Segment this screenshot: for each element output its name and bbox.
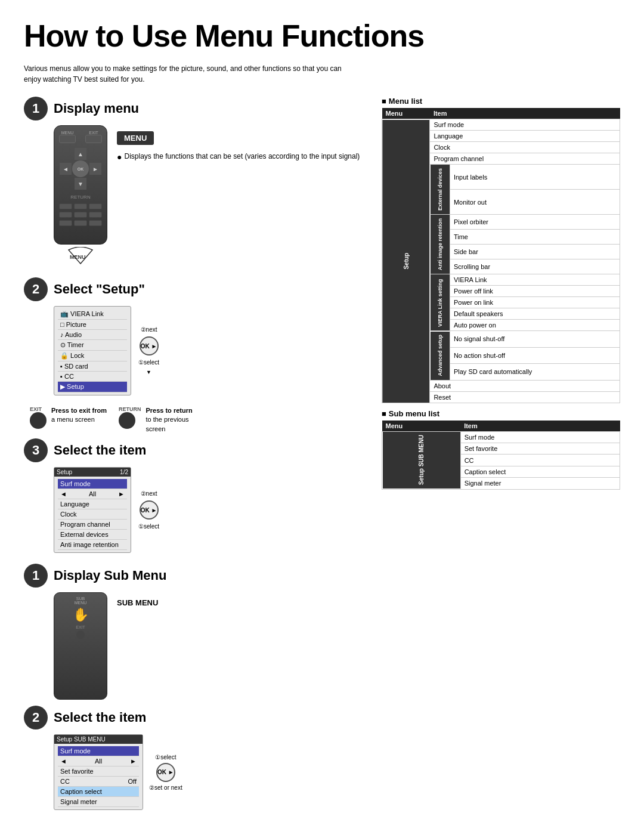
step2b-header: 2 Select the item	[24, 706, 370, 729]
exit-label: EXIT	[30, 406, 47, 412]
scrolling-bar-row: Scrolling bar	[450, 259, 620, 274]
step3-section: 3 Select the item Setup 1/2 Surf mode ◄A…	[24, 438, 370, 553]
menu-item-viera: 📺 VIERA Link	[58, 309, 127, 320]
sub-screen-header: Setup SUB MENU	[54, 735, 143, 744]
sub-set-favorite-row: Set favorite	[460, 443, 620, 454]
nav-select-text: ▼	[146, 369, 151, 375]
menu-button[interactable]	[59, 135, 76, 143]
sub-menu-list-title: ■ Sub menu list	[382, 409, 620, 418]
second-remote: SUBMENU ✋ EXIT	[54, 592, 107, 700]
step3-nav-select: ①select	[138, 523, 159, 530]
menu-item-audio: ♪ Audio	[58, 330, 127, 340]
sub-menu-label: SUBMENU	[58, 596, 103, 605]
step2b-nav-set: ②set or next	[149, 784, 182, 791]
menu-item-lock: 🔒 Lock	[58, 351, 127, 361]
exit-dot	[76, 630, 85, 639]
sub-menu-step-header: 1 Display Sub Menu	[24, 564, 370, 588]
menu-list-section: ■ Menu list Menu Item Setup Surf mode	[382, 97, 620, 490]
language-item: Language	[58, 499, 127, 509]
dpad-ok[interactable]: OK	[72, 160, 89, 177]
sub-menu-step-circle: 1	[24, 564, 48, 588]
step2-circle: 2	[24, 277, 48, 301]
sub-menu-hand-icon: ✋	[58, 607, 103, 623]
left-column: 1 Display menu MENU EXIT	[24, 97, 370, 813]
sub-menu-col-header: Menu	[382, 421, 461, 432]
table-row: Setup Surf mode	[382, 119, 620, 131]
remote-rows	[59, 203, 102, 226]
no-signal-row: No signal shut-off	[450, 331, 620, 348]
step1-section: 1 Display menu MENU EXIT	[24, 97, 370, 267]
step3-title: Select the item	[54, 443, 146, 458]
menu-item-setup: ▶ Setup	[58, 382, 127, 392]
ok-button[interactable]: OK ►	[140, 336, 159, 356]
menu-table: Menu Item Setup Surf mode Language Clock	[382, 108, 620, 403]
svg-text:MENU: MENU	[70, 254, 86, 260]
menu-arrow-svg: MENU	[63, 247, 98, 265]
return-press-text: Press to return to the previous screen	[145, 406, 192, 434]
sub-signal-meter-row: Signal meter	[460, 478, 620, 489]
dpad-down[interactable]: ▼	[75, 178, 86, 190]
menu-item-sdcard: ▪ SD card	[58, 361, 127, 372]
surf-mode-row: Surf mode	[430, 119, 620, 131]
step1-circle: 1	[24, 97, 48, 120]
sub-all-item: ◄All►	[58, 756, 139, 766]
anti-image-cell: Anti image retention	[430, 215, 450, 274]
clock-row: Clock	[430, 142, 620, 153]
power-on-link-row: Power on link	[450, 297, 620, 308]
sub-menu-table: Menu Item Setup SUB MENU Surf mode Set f…	[382, 421, 620, 490]
dpad-left[interactable]: ◄	[60, 163, 72, 175]
all-item: ◄All►	[58, 489, 127, 499]
step3-ok-button[interactable]: OK ►	[140, 500, 159, 520]
about-row: About	[430, 380, 620, 391]
nav-select-label: ①select	[138, 359, 159, 366]
table-row: Setup SUB MENU Surf mode	[382, 431, 620, 443]
step3-header: 3 Select the item	[24, 438, 370, 462]
right-column: ■ Menu list Menu Item Setup Surf mode	[382, 97, 620, 813]
default-speakers-row: Default speakers	[450, 308, 620, 320]
exit-button-circle[interactable]	[30, 412, 47, 429]
program-channel-item: Program channel	[58, 520, 127, 530]
sub-cc: CCOff	[58, 777, 139, 787]
intro-text: Various menus allow you to make settings…	[24, 63, 352, 85]
step2b-circle: 2	[24, 706, 48, 729]
main-layout: 1 Display menu MENU EXIT	[24, 97, 620, 813]
step1-description: ● Displays the functions that can be set…	[117, 151, 360, 163]
exit-btn-label: EXIT	[85, 131, 102, 135]
external-devices-cell: External devices	[430, 165, 450, 215]
reset-row: Reset	[430, 391, 620, 403]
sub-signal-meter: Signal meter	[58, 797, 139, 807]
setup-category-cell: Setup	[382, 119, 430, 403]
dpad-up[interactable]: ▲	[75, 148, 86, 160]
advanced-setup-cell: Advanced setup	[430, 331, 450, 381]
no-action-row: No action shut-off	[450, 347, 620, 364]
sub-menu-button-label: SUB MENU	[117, 598, 158, 607]
dpad-right[interactable]: ►	[89, 163, 101, 175]
setup-screen-header: Setup 1/2	[54, 468, 131, 477]
return-button-circle[interactable]	[119, 412, 135, 429]
step2b-title: Select the item	[54, 710, 146, 725]
menu-item-timer: ⊙ Timer	[58, 340, 127, 351]
step1-header: 1 Display menu	[24, 97, 370, 120]
item-select-screen: Setup 1/2 Surf mode ◄All► Language Clock…	[54, 467, 131, 553]
sub-menu-screen: Setup SUB MENU Surf mode ◄All► Set favor…	[54, 734, 143, 810]
surf-mode-item: Surf mode	[58, 479, 127, 489]
language-row: Language	[430, 131, 620, 142]
sub-set-favorite: Set favorite	[58, 766, 139, 777]
step2b-ok-button[interactable]: OK ►	[156, 763, 175, 782]
dpad[interactable]: ▲ OK ◄ ► ▼	[60, 148, 101, 190]
nav-next-label: ②next	[141, 326, 157, 333]
sub-caption-select-row: Caption select	[460, 466, 620, 477]
press-sections: EXIT Press to exit from a menu screen RE…	[30, 406, 370, 434]
power-off-link-row: Power off link	[450, 286, 620, 297]
step3-nav-next: ②next	[141, 490, 157, 497]
page-title: How to Use Menu Functions	[24, 18, 620, 54]
input-labels-row: Input labels	[450, 165, 620, 190]
exit-label-small: EXIT	[58, 625, 103, 629]
viera-link-cell: VIERA Link setting	[430, 274, 450, 331]
item-col-header: Item	[430, 108, 620, 119]
menu-list-title: ■ Menu list	[382, 97, 620, 106]
menu-item-cc: ▪ CC	[58, 372, 127, 382]
step1-title: Display menu	[54, 101, 139, 116]
exit-button[interactable]	[85, 135, 102, 143]
menu-label-display: MENU	[117, 131, 154, 145]
